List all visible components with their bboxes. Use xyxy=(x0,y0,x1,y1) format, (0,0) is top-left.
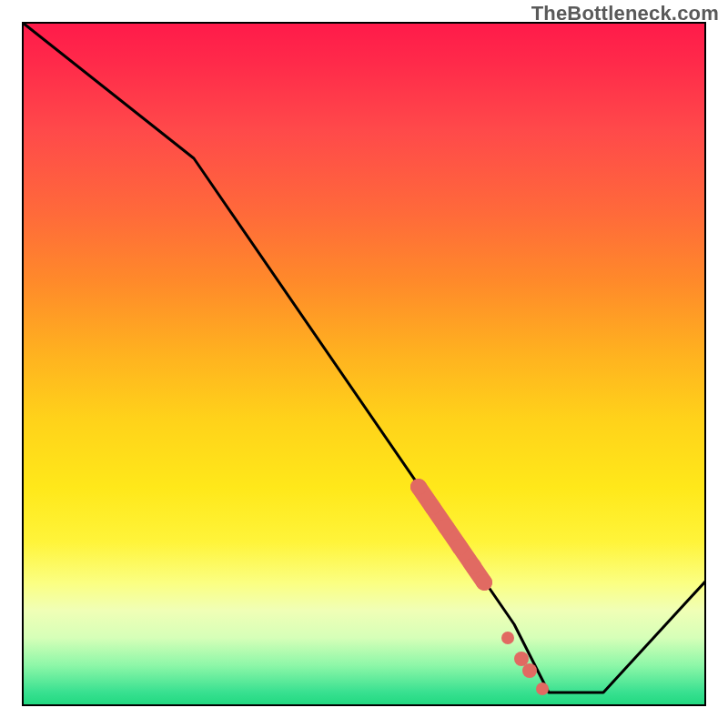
chart-container: TheBottleneck.com xyxy=(0,0,728,728)
highlight-point xyxy=(424,499,440,515)
highlight-point xyxy=(451,539,468,555)
highlight-point xyxy=(438,519,454,535)
attribution-label: TheBottleneck.com xyxy=(531,2,719,25)
bottleneck-curve-line xyxy=(23,23,705,693)
highlight-point xyxy=(522,663,537,678)
highlight-point xyxy=(476,574,492,591)
highlight-point xyxy=(410,479,427,495)
highlight-point xyxy=(514,652,529,666)
highlight-point xyxy=(465,558,481,574)
highlight-point xyxy=(536,682,549,695)
highlight-point xyxy=(501,632,514,644)
chart-overlay-svg xyxy=(22,22,706,706)
